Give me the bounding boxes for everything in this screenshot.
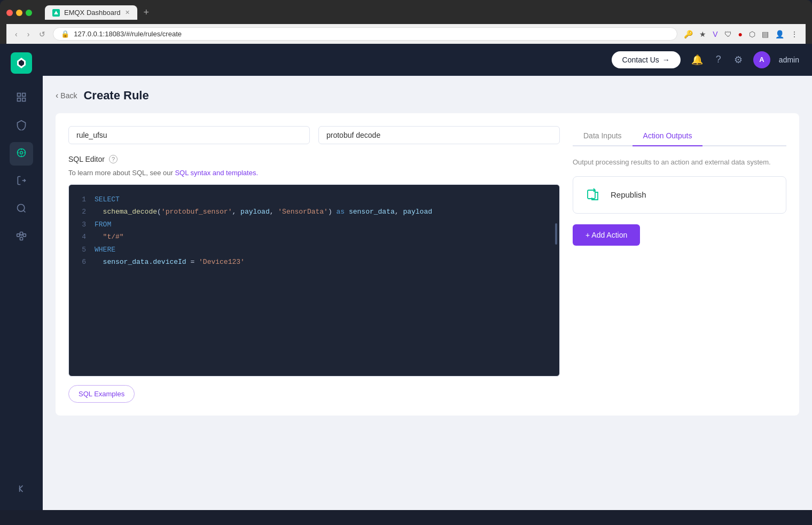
sidebar-item-connectors[interactable] (10, 170, 33, 193)
output-description: Output processing results to an action a… (573, 157, 786, 168)
reload-button[interactable]: ↺ (37, 29, 48, 40)
republish-label: Republish (611, 190, 646, 199)
sidebar (0, 44, 43, 510)
notifications-button[interactable]: 🔔 (689, 52, 705, 68)
code-line-5: 5 WHERE (77, 244, 551, 256)
extensions-icon[interactable]: 🔑 (683, 29, 694, 40)
right-panel: Data Inputs Action Outputs Output proces… (573, 126, 786, 403)
sql-hint-prefix: To learn more about SQL, see our (68, 169, 175, 177)
sidebar-item-security[interactable] (10, 114, 33, 138)
sidebar-item-search[interactable] (10, 198, 33, 221)
rule-editor: SQL Editor ? To learn more about SQL, se… (56, 113, 799, 416)
svg-rect-5 (18, 98, 21, 101)
dashlane-icon[interactable]: 🛡 (723, 29, 733, 40)
svg-marker-0 (54, 11, 58, 14)
new-tab-button[interactable]: + (140, 6, 153, 19)
app-logo (11, 52, 32, 74)
rules-icon (16, 147, 27, 160)
settings-button[interactable]: ⚙ (732, 52, 745, 68)
arrow-icon: → (662, 56, 670, 64)
back-link[interactable]: ‹ Back (56, 91, 77, 100)
svg-rect-6 (22, 98, 26, 101)
address-bar[interactable]: 🔒 127.0.0.1:18083/#/rule/rules/create (53, 27, 677, 41)
inputs-row (68, 126, 560, 144)
main-content: ‹ Back Create Rule SQL Editor ? (43, 76, 812, 510)
sidebar-item-integrations[interactable] (10, 225, 33, 249)
svg-point-9 (18, 205, 25, 211)
tab-close-button[interactable]: ✕ (125, 9, 130, 16)
sql-syntax-link[interactable]: SQL syntax and templates. (175, 169, 258, 177)
connectors-icon (16, 175, 27, 188)
search-icon (16, 203, 27, 216)
svg-rect-13 (20, 238, 23, 240)
sql-hint: To learn more about SQL, see our SQL syn… (68, 169, 560, 177)
code-line-1: 1 SELECT (77, 193, 551, 206)
page-header: ‹ Back Create Rule (56, 89, 799, 103)
reader-icon[interactable]: ▤ (761, 29, 770, 40)
browser-tab-active[interactable]: EMQX Dashboard ✕ (45, 5, 137, 20)
top-header: Contact Us → 🔔 ? ⚙ A admin (43, 44, 812, 76)
svg-rect-12 (20, 232, 23, 235)
shield-icon (16, 120, 27, 132)
code-line-2: 2 schema_decode('protobuf_sensor', paylo… (77, 206, 551, 218)
back-nav-button[interactable]: ‹ (13, 29, 20, 40)
back-arrow-icon: ‹ (56, 91, 58, 100)
admin-name: admin (779, 56, 799, 64)
svg-rect-3 (18, 93, 21, 97)
sidebar-item-rules[interactable] (10, 142, 33, 166)
sql-editor-text: SQL Editor (68, 155, 105, 163)
sidebar-item-collapse[interactable] (10, 478, 33, 502)
back-label: Back (60, 91, 77, 100)
svg-rect-11 (23, 234, 26, 237)
url-text: 127.0.0.1:18083/#/rule/rules/create (74, 30, 182, 38)
sql-editor-label-row: SQL Editor ? (68, 155, 560, 163)
contact-us-label: Contact Us (622, 56, 659, 64)
svg-point-7 (20, 152, 23, 154)
dashboard-icon (16, 92, 27, 105)
code-line-3: 3 FROM (77, 218, 551, 231)
profile-icon[interactable]: 👤 (774, 29, 785, 40)
sidebar-item-dashboard[interactable] (10, 87, 33, 110)
bookmark-icon[interactable]: ★ (698, 29, 707, 40)
help-button[interactable]: ? (714, 52, 723, 67)
add-action-button[interactable]: + Add Action (573, 224, 640, 246)
left-panel: SQL Editor ? To learn more about SQL, se… (68, 126, 560, 403)
svg-rect-10 (17, 234, 20, 237)
rule-description-input[interactable] (318, 126, 560, 144)
tab-data-inputs[interactable]: Data Inputs (573, 126, 633, 146)
user-avatar: A (753, 51, 770, 68)
scrollbar[interactable] (555, 223, 557, 245)
page-title: Create Rule (83, 89, 149, 103)
help-icon[interactable]: ? (109, 155, 118, 163)
code-line-4: 4 "t/#" (77, 231, 551, 243)
tab-favicon (52, 9, 60, 17)
integrations-icon (16, 231, 27, 244)
tabs-header: Data Inputs Action Outputs (573, 126, 786, 146)
lastpass-icon[interactable]: ● (737, 29, 744, 40)
sql-examples-button[interactable]: SQL Examples (68, 385, 135, 403)
collapse-icon (16, 483, 27, 496)
traffic-light-close[interactable] (6, 10, 13, 16)
forward-nav-button[interactable]: › (25, 29, 32, 40)
traffic-light-maximize[interactable] (26, 10, 32, 16)
traffic-light-minimize[interactable] (16, 10, 22, 16)
puzzle-icon[interactable]: ⬡ (748, 29, 756, 40)
republish-card[interactable]: Republish (573, 176, 786, 214)
grammarly-icon[interactable]: V (712, 29, 719, 40)
code-line-6: 6 sensor_data.deviceId = 'Device123' (77, 256, 551, 268)
svg-rect-4 (22, 93, 26, 97)
sql-code-editor[interactable]: 1 SELECT 2 schema_decode('protobuf_senso… (68, 184, 560, 377)
republish-icon (584, 185, 603, 205)
rule-id-input[interactable] (68, 126, 310, 144)
contact-us-button[interactable]: Contact Us → (612, 51, 681, 68)
tab-title: EMQX Dashboard (64, 9, 121, 17)
tab-action-outputs[interactable]: Action Outputs (633, 126, 703, 146)
more-icon[interactable]: ⋮ (790, 29, 799, 40)
